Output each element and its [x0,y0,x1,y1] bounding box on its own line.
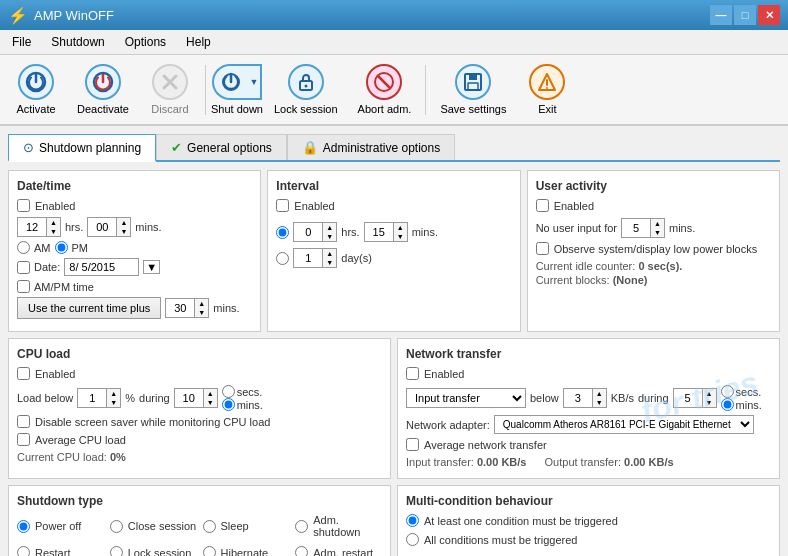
shutdown-sleep-radio[interactable] [203,520,216,533]
date-checkbox[interactable] [17,261,30,274]
shutdown-label: Shut down [211,103,263,115]
save-button[interactable]: Save settings [431,59,515,120]
tab-general[interactable]: ✔ General options [156,134,287,160]
plusmins-down[interactable]: ▼ [195,308,208,317]
shutdown-poweroff-radio[interactable] [17,520,30,533]
net-avg-checkbox[interactable] [406,438,419,451]
net-enabled-checkbox[interactable] [406,367,419,380]
shutdown-restart-radio[interactable] [17,546,30,556]
mc-all-label: All conditions must be triggered [424,534,577,546]
minutes-down[interactable]: ▼ [117,227,130,236]
cpu-during-input[interactable] [174,388,204,408]
cpuduring-down[interactable]: ▼ [204,398,217,407]
interval-enabled-checkbox[interactable] [276,199,289,212]
cpu-enabled-checkbox[interactable] [17,367,30,380]
exit-button[interactable]: Exit [517,59,577,120]
netduring-down[interactable]: ▼ [703,398,716,407]
user-activity-panel: User activity Enabled No user input for … [527,170,780,332]
minutes-up[interactable]: ▲ [117,218,130,227]
interval-hrs-input[interactable] [293,222,323,242]
net-type-select[interactable]: Input transfer Output transfer [406,388,526,408]
interval-mins-input[interactable] [364,222,394,242]
plusmins-up[interactable]: ▲ [195,299,208,308]
ampm-time-checkbox[interactable] [17,280,30,293]
ua-enabled-row: Enabled [536,199,771,212]
hours-input[interactable] [17,217,47,237]
net-adapter-label: Network adapter: [406,419,490,431]
mins-label: mins. [135,221,161,233]
menu-file[interactable]: File [4,32,39,52]
discard-button[interactable]: Discard [140,59,200,120]
ua-observe-checkbox[interactable] [536,242,549,255]
interval-hrs-radio[interactable] [276,226,289,239]
ihrs-up[interactable]: ▲ [323,223,336,232]
menu-help[interactable]: Help [178,32,219,52]
plus-minutes-input[interactable] [165,298,195,318]
cpu-load-input[interactable] [77,388,107,408]
net-secs-radio[interactable] [721,385,734,398]
imins-down[interactable]: ▼ [394,232,407,241]
netbelow-up[interactable]: ▲ [593,389,606,398]
menu-shutdown[interactable]: Shutdown [43,32,112,52]
ua-down[interactable]: ▼ [651,228,664,237]
use-current-btn[interactable]: Use the current time plus [17,297,161,319]
mc-atleast-radio[interactable] [406,514,419,527]
cpu-current-label: Current CPU load: [17,451,107,463]
netbelow-down[interactable]: ▼ [593,398,606,407]
activate-button[interactable]: Activate [6,59,66,120]
cpuload-up[interactable]: ▲ [107,389,120,398]
shutdown-icon[interactable] [212,64,248,100]
ihrs-down[interactable]: ▼ [323,232,336,241]
net-mins-radio[interactable] [721,398,734,411]
cpu-avg-checkbox[interactable] [17,433,30,446]
shutdown-admshutdown-radio[interactable] [295,520,308,533]
ua-enabled-checkbox[interactable] [536,199,549,212]
hours-down[interactable]: ▼ [47,227,60,236]
am-radio[interactable] [17,241,30,254]
hours-up[interactable]: ▲ [47,218,60,227]
tab-planning[interactable]: ⊙ Shutdown planning [8,134,156,162]
net-below-input[interactable] [563,388,593,408]
net-during-input[interactable] [673,388,703,408]
interval-days-radio[interactable] [276,252,289,265]
minimize-button[interactable]: — [710,5,732,25]
ua-idle-value: 0 sec(s). [638,260,682,272]
shutdown-dropdown[interactable]: ▼ [248,64,262,100]
net-secs-mins: secs. mins. [721,385,762,411]
shutdown-hibernate-radio[interactable] [203,546,216,556]
cpu-disable-saver-checkbox[interactable] [17,415,30,428]
discard-label: Discard [151,103,188,115]
interval-days-input[interactable] [293,248,323,268]
pm-radio[interactable] [55,241,68,254]
cpuload-down[interactable]: ▼ [107,398,120,407]
imins-up[interactable]: ▲ [394,223,407,232]
tab-admin[interactable]: 🔒 Administrative options [287,134,455,160]
shutdown-admrestart-radio[interactable] [295,546,308,556]
menu-options[interactable]: Options [117,32,174,52]
datetime-title: Date/time [17,179,252,193]
ua-up[interactable]: ▲ [651,219,664,228]
net-adapter-select[interactable]: Qualcomm Atheros AR8161 PCI-E Gigabit Et… [494,415,754,434]
abort-button[interactable]: Abort adm. [349,59,421,120]
cpu-mins-radio[interactable] [222,398,235,411]
datetime-enabled-checkbox[interactable] [17,199,30,212]
am-label: AM [34,242,51,254]
shutdown-closesession-radio[interactable] [110,520,123,533]
idays-up[interactable]: ▲ [323,249,336,258]
deactivate-button[interactable]: Deactivate [68,59,138,120]
mc-all-radio[interactable] [406,533,419,546]
maximize-button[interactable]: □ [734,5,756,25]
shutdown-locksession-radio[interactable] [110,546,123,556]
idays-down[interactable]: ▼ [323,258,336,267]
net-input-label: Input transfer: [406,456,474,468]
minutes-input[interactable] [87,217,117,237]
cpu-secs-radio[interactable] [222,385,235,398]
ua-mins-label: mins. [669,222,695,234]
ua-mins-input[interactable] [621,218,651,238]
cpuduring-up[interactable]: ▲ [204,389,217,398]
netduring-up[interactable]: ▲ [703,389,716,398]
close-button[interactable]: ✕ [758,5,780,25]
window-controls: — □ ✕ [710,5,780,25]
date-input[interactable] [64,258,139,276]
lock-button[interactable]: Lock session [265,59,347,120]
